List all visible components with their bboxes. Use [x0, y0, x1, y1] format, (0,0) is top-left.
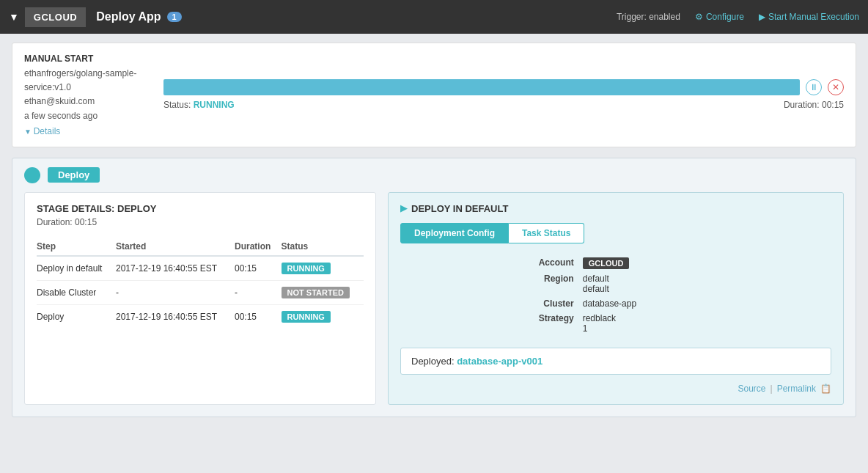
source-link[interactable]: Source [738, 384, 765, 394]
cluster-value: database-app [578, 296, 831, 311]
configure-button[interactable]: ⚙Configure [695, 12, 744, 22]
strategy-value: redblack 1 [578, 311, 831, 336]
status-cell: RUNNING [282, 256, 364, 281]
manual-start-card: MANUAL START ethanfrogers/golang-sample-… [12, 43, 856, 147]
config-cluster-row: Cluster database-app [400, 296, 831, 311]
deploy-in-default-title: ▶ DEPLOY IN DEFAULT [400, 203, 831, 214]
main-content: MANUAL START ethanfrogers/golang-sample-… [0, 34, 868, 426]
stage-section: Deploy STAGE DETAILS: DEPLOY Duration: 0… [12, 158, 856, 417]
pipeline-badge: 1 [167, 12, 182, 22]
status-cell: RUNNING [282, 304, 364, 329]
status-badge: NOT STARTED [282, 287, 350, 298]
pause-button[interactable]: ⏸ [806, 79, 822, 95]
table-row: Deploy in default2017-12-19 16:40:55 EST… [37, 256, 364, 281]
step-cell: Deploy in default [37, 256, 116, 281]
trigger-status: Trigger: enabled [617, 12, 680, 22]
manual-start-header: MANUAL START [24, 54, 149, 64]
details-toggle[interactable]: Details [24, 126, 149, 136]
config-table: Account GCLOUD Region default default [400, 255, 831, 336]
gear-icon: ⚙ [695, 12, 703, 22]
status-badge: RUNNING [282, 311, 331, 323]
config-strategy-row: Strategy redblack 1 [400, 311, 831, 336]
stage-header: Deploy [24, 167, 844, 183]
deployed-box: Deployed: database-app-v001 [400, 348, 831, 375]
duration-cell: - [235, 280, 282, 304]
play-icon-right: ▶ [400, 203, 407, 213]
play-icon: ▶ [759, 12, 765, 22]
chevron-icon[interactable]: ▼ [9, 11, 19, 23]
cluster-label: Cluster [400, 296, 578, 311]
manual-execution-button[interactable]: ▶Start Manual Execution [759, 12, 859, 22]
table-row: Deploy2017-12-19 16:40:55 EST00:15RUNNIN… [37, 304, 364, 329]
duration-label: Duration: 00:15 [784, 100, 844, 110]
page-title: Deploy App [96, 10, 161, 23]
stage-label: Deploy [48, 167, 100, 183]
status-value: RUNNING [194, 100, 235, 110]
stage-details-left-panel: STAGE DETAILS: DEPLOY Duration: 00:15 St… [24, 192, 376, 405]
progress-bar [163, 79, 800, 95]
permalink-link[interactable]: Permalink [777, 384, 816, 394]
steps-table: Step Started Duration Status Deploy in d… [37, 238, 364, 329]
status-row: Status: RUNNING Duration: 00:15 [163, 100, 844, 110]
manual-start-repo: ethanfrogers/golang-sample- service:v1.0… [24, 67, 149, 123]
region-label: Region [400, 271, 578, 296]
gcloud-badge: GCLOUD [583, 257, 630, 269]
col-step: Step [37, 238, 116, 256]
account-value: GCLOUD [578, 255, 831, 271]
duration-cell: 00:15 [235, 256, 282, 281]
stage-details-title: STAGE DETAILS: DEPLOY [37, 203, 364, 214]
tab-row: Deployment Config Task Status [400, 223, 831, 243]
progress-section: ⏸ ✕ Status: RUNNING Duration: 00:15 [163, 54, 844, 136]
config-region-row: Region default default [400, 271, 831, 296]
stage-details-duration: Duration: 00:15 [37, 217, 364, 227]
tab-deployment-config[interactable]: Deployment Config [400, 223, 509, 243]
status-label: Status: RUNNING [163, 100, 235, 110]
duration-cell: 00:15 [235, 304, 282, 329]
region-value: default default [578, 271, 831, 296]
deployed-link[interactable]: database-app-v001 [457, 356, 542, 367]
config-account-row: Account GCLOUD [400, 255, 831, 271]
strategy-label: Strategy [400, 311, 578, 336]
table-row: Disable Cluster--NOT STARTED [37, 280, 364, 304]
started-cell: 2017-12-19 16:40:55 EST [116, 304, 235, 329]
status-cell: NOT STARTED [282, 280, 364, 304]
account-label: Account [400, 255, 578, 271]
status-badge: RUNNING [282, 263, 331, 274]
manual-start-info: MANUAL START ethanfrogers/golang-sample-… [24, 54, 149, 136]
stage-circle-icon [24, 167, 40, 183]
stage-footer: Source | Permalink 📋 [400, 384, 831, 394]
stage-details-right-panel: ▶ DEPLOY IN DEFAULT Deployment Config Ta… [388, 192, 844, 405]
step-cell: Deploy [37, 304, 116, 329]
copy-icon[interactable]: 📋 [820, 384, 831, 394]
started-cell: 2017-12-19 16:40:55 EST [116, 256, 235, 281]
brand-label: GCLOUD [25, 7, 86, 27]
cancel-button[interactable]: ✕ [828, 79, 844, 95]
col-duration: Duration [235, 238, 282, 256]
started-cell: - [116, 280, 235, 304]
progress-bar-fill [163, 79, 800, 95]
top-bar: ▼ GCLOUD Deploy App 1 Trigger: enabled ⚙… [0, 0, 868, 34]
tab-task-status[interactable]: Task Status [509, 223, 584, 243]
stage-details-grid: STAGE DETAILS: DEPLOY Duration: 00:15 St… [24, 192, 844, 405]
col-started: Started [116, 238, 235, 256]
step-cell: Disable Cluster [37, 280, 116, 304]
col-status: Status [282, 238, 364, 256]
